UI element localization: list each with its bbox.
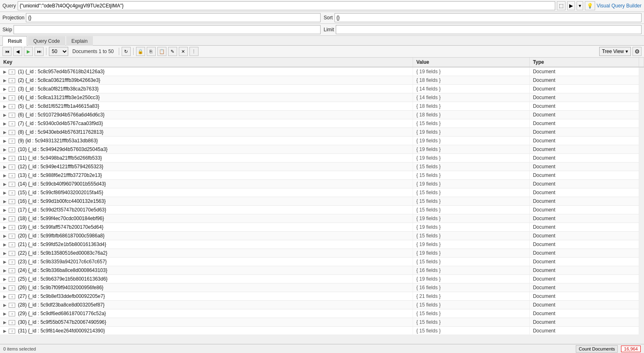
table-row[interactable]: ▶ f (24) {_id : 5c9b336ba8ce8d0008643103… [0,266,644,275]
first-page-button[interactable]: ⏮ [2,47,12,56]
type-cell: Document [529,223,639,232]
row-expander[interactable]: ▶ [3,95,7,100]
table-row[interactable]: ▶ f (22) {_id : 5c9b13580516ed00083c76a2… [0,249,644,258]
table-row[interactable]: ▶ f (8) {_id : 5c9430ebd4b5763f11762813}… [0,128,644,137]
type-cell: Document [529,327,639,335]
settings-button[interactable]: ⚙ [632,47,642,56]
row-expander[interactable]: ▶ [3,104,7,109]
row-expander[interactable]: ▶ [3,208,7,212]
delete-button[interactable]: ✕ [179,47,188,56]
row-expander[interactable]: ▶ [3,87,7,91]
table-row[interactable]: ▶ f (5) {_id : 5c8d1f6521fffb1a46615a83}… [0,102,644,111]
more-button[interactable]: ⋮ [189,47,199,56]
row-icon: f [9,95,15,100]
table-row[interactable]: ▶ f (14) {_id : 5c99cb40f96079001b555d43… [0,180,644,188]
table-row[interactable]: ▶ f (31) {_id : 5c9f814ee264fd0009214390… [0,327,644,335]
row-expander[interactable]: ▶ [3,234,7,238]
tree-view-button[interactable]: Tree View ▾ [599,47,631,56]
play-results-button[interactable]: ▶ [24,47,33,56]
tab-explain[interactable]: Explain [66,36,93,46]
tab-result[interactable]: Result [2,36,27,46]
row-expander[interactable]: ▶ [3,70,7,74]
edit-button[interactable]: ✎ [168,47,177,56]
table-row[interactable]: ▶ f (11) {_id : 5c9498ba21fffb5d266fb533… [0,154,644,163]
copy-button[interactable]: ⎘ [147,47,156,56]
row-expander[interactable]: ▶ [3,147,7,152]
row-expander[interactable]: ▶ [3,173,7,178]
row-expander[interactable]: ▶ [3,113,7,117]
row-expander[interactable]: ▶ [3,139,7,143]
play-button[interactable]: ▶ [567,1,575,10]
sort-input[interactable] [335,13,642,22]
table-row[interactable]: ▶ f (28) {_id : 5c9df23ba8ce8d003205ef87… [0,301,644,309]
table-row[interactable]: ▶ f (17) {_id : 5c99d2f35747b200170e5d63… [0,206,644,214]
query-input[interactable] [18,1,555,10]
dropdown-button[interactable]: ▾ [577,1,583,10]
row-expander[interactable]: ▶ [3,182,7,186]
table-row[interactable]: ▶ f (4) {_id : 5c8ca13121fffb3e1e250cc3}… [0,93,644,102]
skip-input[interactable] [14,25,320,34]
row-expander[interactable]: ▶ [3,311,7,316]
row-icon: f [9,190,15,195]
table-row[interactable]: ▶ f (12) {_id : 5c949e4121fffb5794265323… [0,163,644,171]
table-row[interactable]: ▶ f (10) {_id : 5c949429d4b57603d25045a3… [0,145,644,154]
table-row[interactable]: ▶ f (29) {_id : 5c9df6ed686187001776c52a… [0,309,644,318]
row-expander[interactable]: ▶ [3,121,7,126]
table-row[interactable]: ▶ f (2) {_id : 5c8ca03621fffb39b42663e3}… [0,76,644,85]
prev-page-button[interactable]: ◀ [13,47,22,56]
value-cell: { 15 fields } [413,206,529,214]
table-row[interactable]: ▶ f (25) {_id : 5c9b6379e1b5b800161363d6… [0,275,644,283]
table-row[interactable]: ▶ f (3) {_id : 5c8ca0f821fffb38ca2b7633}… [0,85,644,93]
projection-input[interactable] [26,13,320,22]
refresh-button[interactable]: ↻ [122,47,131,56]
value-cell: { 14 fields } [413,85,529,93]
table-row[interactable]: ▶ f (16) {_id : 5c99d1b00fcc4400132e1563… [0,197,644,206]
table-row[interactable]: ▶ f (15) {_id : 5c99cf86f94032002015fa45… [0,188,644,197]
key-cell: ▶ f (30) {_id : 5c9f55b05747b20067490596… [0,318,413,327]
row-icon: f [9,277,15,282]
table-row[interactable]: ▶ f (20) {_id : 5c99fbfb686187000c5986a8… [0,232,644,240]
row-expander[interactable]: ▶ [3,260,7,264]
info-button[interactable]: 💡 [585,1,595,10]
table-row[interactable]: ▶ f (26) {_id : 5c9b7f09f94032000956fe86… [0,283,644,292]
type-cell: Document [529,249,639,258]
row-expander[interactable]: ▶ [3,165,7,169]
visual-query-builder-link[interactable]: Visual Query Builder [597,3,642,9]
row-expander[interactable]: ▶ [3,294,7,299]
table-row[interactable]: ▶ f (19) {_id : 5c99faff5747b200170e5d64… [0,223,644,232]
key-cell: ▶ f (24) {_id : 5c9b336ba8ce8d0008643103… [0,266,413,275]
table-row[interactable]: ▶ f (9) {id : 5c94931321fffb53a13db863} … [0,137,644,145]
table-row[interactable]: ▶ f (13) {_id : 5c988f6e21fffb37270b2e13… [0,171,644,180]
table-row[interactable]: ▶ f (27) {_id : 5c9b8ef33ddefb00092205e7… [0,292,644,301]
tab-query-code[interactable]: Query Code [28,36,65,46]
table-row[interactable]: ▶ f (21) {_id : 5c99fd52e1b5b800161363d4… [0,240,644,249]
row-expander[interactable]: ▶ [3,130,7,135]
row-expander[interactable]: ▶ [3,190,7,195]
row-expander[interactable]: ▶ [3,329,7,333]
table-row[interactable]: ▶ f (18) {_id : 5c99f4ec70cdc000184ebf96… [0,214,644,223]
row-expander[interactable]: ▶ [3,320,7,325]
row-expander[interactable]: ▶ [3,251,7,255]
row-expander[interactable]: ▶ [3,156,7,160]
page-size-select[interactable]: 50 10 25 100 200 [49,47,68,56]
row-expander[interactable]: ▶ [3,199,7,204]
key-cell: ▶ f (26) {_id : 5c9b7f09f94032000956fe86… [0,283,413,292]
lock-button[interactable]: 🔒 [136,47,145,56]
row-expander[interactable]: ▶ [3,268,7,273]
table-row[interactable]: ▶ f (6) {_id : 5c910729d4b5766a6d46d6c3}… [0,111,644,119]
table-row[interactable]: ▶ f (30) {_id : 5c9f55b05747b20067490596… [0,318,644,327]
row-expander[interactable]: ▶ [3,277,7,281]
row-expander[interactable]: ▶ [3,216,7,221]
row-expander[interactable]: ▶ [3,225,7,230]
export-button[interactable]: ⬚ [557,1,566,10]
table-row[interactable]: ▶ f (1) {_id : 5c8c957ed4b57618b24126a3}… [0,67,644,76]
row-expander[interactable]: ▶ [3,303,7,307]
row-expander[interactable]: ▶ [3,286,7,290]
table-row[interactable]: ▶ f (23) {_id : 5c9b3359a942017c6c67c657… [0,258,644,266]
row-expander[interactable]: ▶ [3,78,7,83]
last-page-button[interactable]: ⏭ [35,47,44,56]
paste-button[interactable]: 📋 [157,47,166,56]
table-row[interactable]: ▶ f (7) {_id : 5c9340c0d4b5767caa03f9d3}… [0,119,644,128]
row-expander[interactable]: ▶ [3,242,7,247]
limit-input[interactable] [336,25,642,34]
